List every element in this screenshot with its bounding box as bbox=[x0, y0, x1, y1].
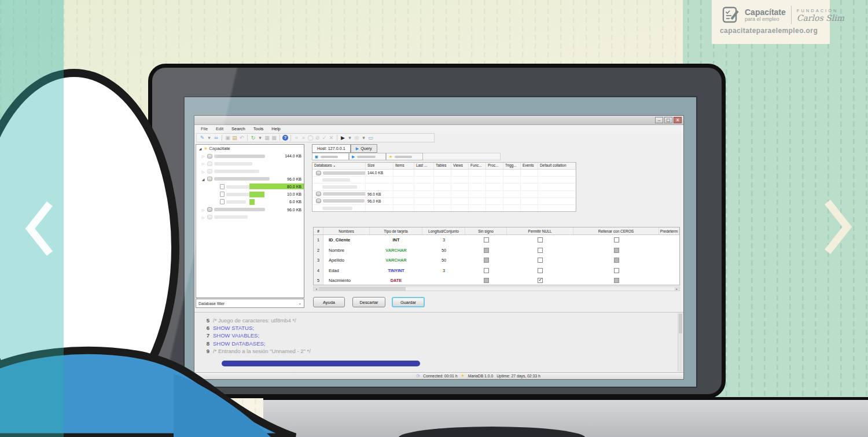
last-record-icon[interactable]: » bbox=[300, 135, 307, 141]
scrollbar-thumb[interactable] bbox=[319, 287, 406, 291]
unsigned-checkbox[interactable] bbox=[484, 278, 489, 283]
scrollbar-thumb[interactable] bbox=[679, 314, 682, 333]
caret-icon[interactable]: ▷ bbox=[201, 215, 205, 219]
column-header-sin-signo[interactable]: Sin signo bbox=[465, 227, 507, 234]
tree-item[interactable]: ▷96.0 KB bbox=[196, 206, 304, 214]
allow-null-checkbox[interactable] bbox=[538, 278, 543, 283]
column-length[interactable]: 50 bbox=[422, 258, 465, 263]
help-button[interactable]: Ayuda bbox=[313, 297, 345, 307]
column-type[interactable]: VARCHAR bbox=[370, 258, 422, 263]
allow-null-checkbox[interactable] bbox=[538, 248, 543, 253]
menu-help[interactable]: Help bbox=[267, 126, 284, 131]
column-length[interactable]: 50 bbox=[422, 248, 465, 253]
database-row[interactable]: 96.0 KB bbox=[312, 198, 576, 205]
scroll-left-icon[interactable]: ◂ bbox=[314, 287, 319, 291]
column-header-proc[interactable]: Proc... bbox=[486, 163, 503, 169]
column-type[interactable]: INT bbox=[370, 237, 422, 243]
disconnect-icon[interactable]: ∞ bbox=[213, 135, 219, 141]
insert-record-icon[interactable]: ◯ bbox=[307, 135, 314, 141]
column-header-trigg[interactable]: Trigg... bbox=[503, 163, 521, 169]
close-button[interactable]: ✕ bbox=[674, 117, 682, 123]
copy-icon[interactable]: ▣ bbox=[225, 135, 231, 141]
column-header-events[interactable]: Events bbox=[521, 163, 538, 169]
previous-arrow-icon[interactable] bbox=[23, 200, 57, 258]
subtab-variables[interactable]: ▶ bbox=[349, 153, 386, 160]
column-header-default-collation[interactable]: Default collation bbox=[538, 163, 576, 169]
undo-icon[interactable]: ↶ bbox=[238, 135, 245, 141]
find-dropdown-icon[interactable]: ▾ bbox=[361, 135, 367, 141]
column-header-longitud-conjunto[interactable]: Longitud/Conjunto bbox=[422, 227, 465, 234]
tree-item[interactable]: ▷ bbox=[196, 160, 304, 167]
delete-record-icon[interactable]: ✕ bbox=[328, 135, 334, 141]
column-type[interactable]: DATE bbox=[370, 278, 422, 283]
new-object-icon[interactable]: ▦ bbox=[264, 135, 270, 141]
refresh-dropdown-icon[interactable]: ▾ bbox=[257, 135, 263, 141]
column-length[interactable]: 3 bbox=[422, 268, 465, 273]
unsigned-checkbox[interactable] bbox=[484, 237, 489, 243]
caret-icon[interactable]: ▷ bbox=[201, 170, 205, 174]
post-edit-icon[interactable]: ✓ bbox=[321, 135, 328, 141]
column-row-apellido[interactable]: 3ApellidoVARCHAR50 bbox=[314, 255, 679, 266]
column-header-nombres[interactable]: Nombres bbox=[323, 227, 370, 234]
tree-item[interactable]: ▷144.0 KB bbox=[196, 152, 304, 160]
zerofill-checkbox[interactable] bbox=[614, 278, 619, 283]
tab-query[interactable]: ▶ Query bbox=[351, 144, 377, 153]
vertical-scrollbar[interactable] bbox=[678, 313, 683, 372]
column-name[interactable]: Nombre bbox=[323, 248, 370, 253]
database-row[interactable]: 96.0 KB bbox=[312, 191, 576, 198]
caret-icon[interactable]: ▷ bbox=[201, 208, 205, 212]
menu-search[interactable]: Search bbox=[227, 126, 249, 131]
open-file-icon[interactable]: ▤ bbox=[231, 135, 238, 141]
sql-log[interactable]: 5/* Juego de caracteres: utf8mb4 */6SHOW… bbox=[194, 312, 683, 372]
tree-item[interactable]: 6.0 KB bbox=[196, 198, 304, 205]
execute-sql-icon[interactable]: ▶ bbox=[340, 135, 346, 141]
column-row-nombre[interactable]: 2NombreVARCHAR50 bbox=[314, 245, 679, 256]
minimize-button[interactable]: – bbox=[655, 117, 663, 123]
menu-file[interactable]: File bbox=[197, 126, 212, 131]
column-header-views[interactable]: Views bbox=[451, 163, 469, 169]
column-header-items[interactable]: Items bbox=[393, 163, 414, 169]
horizontal-scrollbar[interactable]: ◂ ▸ bbox=[313, 287, 680, 291]
tree-item[interactable]: 80.0 KB bbox=[196, 183, 304, 190]
database-row[interactable] bbox=[312, 183, 576, 190]
column-header-func[interactable]: Func... bbox=[469, 163, 486, 169]
allow-null-checkbox[interactable] bbox=[538, 258, 543, 263]
column-row-edad[interactable]: 4EdadTINYINT3 bbox=[314, 266, 679, 276]
tree-item[interactable]: ▷ bbox=[196, 214, 304, 221]
column-name[interactable]: ID_Cliente bbox=[323, 237, 370, 243]
database-row[interactable] bbox=[312, 205, 576, 212]
column-type[interactable]: VARCHAR bbox=[370, 248, 422, 253]
snippet-icon[interactable]: ▭ bbox=[367, 135, 374, 141]
session-dropdown-icon[interactable]: ▾ bbox=[206, 135, 212, 141]
next-arrow-icon[interactable] bbox=[821, 198, 854, 256]
column-header-last[interactable]: Last ... bbox=[414, 163, 434, 169]
subtab-databases[interactable]: ◼ bbox=[312, 153, 349, 160]
discard-button[interactable]: Descartar bbox=[352, 297, 385, 307]
cancel-edit-icon[interactable]: ⊘ bbox=[314, 135, 321, 141]
unsigned-checkbox[interactable] bbox=[484, 268, 489, 273]
caret-icon[interactable]: ▷ bbox=[201, 154, 205, 158]
unsigned-checkbox[interactable] bbox=[484, 258, 489, 263]
column-header-permitir-null[interactable]: Permitir NULL bbox=[507, 227, 573, 234]
database-row[interactable] bbox=[312, 177, 576, 183]
save-button[interactable]: Guardar bbox=[392, 297, 425, 307]
column-header-size[interactable]: Size bbox=[366, 163, 393, 169]
column-header-tipo-de-tarjeta[interactable]: Tipo de tarjeta bbox=[370, 227, 422, 234]
unsigned-checkbox[interactable] bbox=[484, 248, 489, 253]
column-name[interactable]: Edad bbox=[323, 268, 370, 273]
column-length[interactable]: 3 bbox=[422, 237, 465, 243]
session-manager-icon[interactable]: ✎ bbox=[199, 135, 205, 141]
help-icon[interactable]: ? bbox=[282, 135, 288, 141]
menu-edit[interactable]: Edit bbox=[212, 126, 227, 131]
maximize-button[interactable]: ▢ bbox=[664, 117, 672, 123]
allow-null-checkbox[interactable] bbox=[538, 237, 543, 243]
tab-host[interactable]: Host: 127.0.0.1 bbox=[312, 144, 351, 153]
zerofill-checkbox[interactable] bbox=[614, 248, 619, 253]
allow-null-checkbox[interactable] bbox=[538, 268, 543, 273]
execute-dropdown-icon[interactable]: ▾ bbox=[347, 135, 353, 141]
database-filter-combo[interactable]: Database filter ⌄ bbox=[196, 299, 304, 308]
column-type[interactable]: TINYINT bbox=[370, 268, 422, 273]
column-header-tables[interactable]: Tables bbox=[434, 163, 451, 169]
subtab-status[interactable]: ★ bbox=[386, 153, 423, 160]
column-header-predeterm[interactable]: Predeterm bbox=[659, 227, 679, 234]
